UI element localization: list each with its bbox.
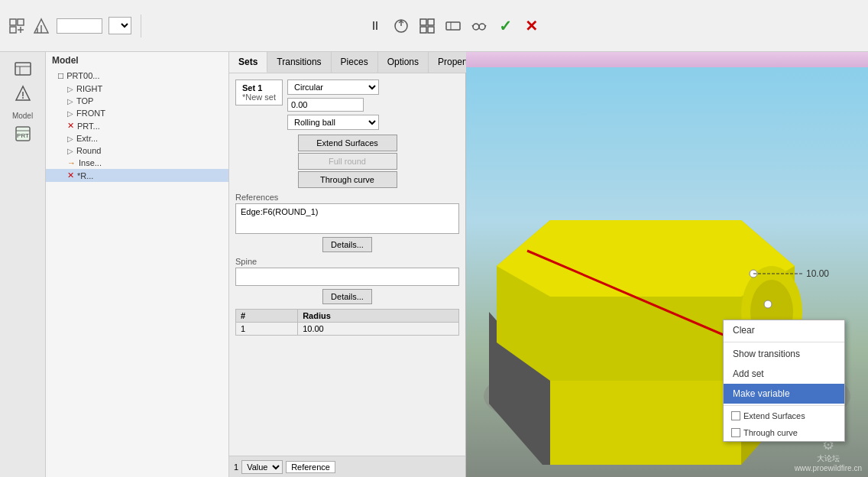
grid-button[interactable] [416, 15, 438, 37]
tree-item-inse[interactable]: → Inse... [46, 157, 228, 169]
tab-pieces[interactable]: Pieces [332, 52, 378, 73]
svg-rect-21 [15, 63, 31, 75]
ref-edge: Edge:F6(ROUND_1) [241, 207, 454, 216]
pause-button[interactable]: ⏸ [364, 15, 386, 37]
tree-item-front[interactable]: ▷ FRONT [46, 107, 228, 119]
value-select[interactable]: Value [241, 460, 283, 474]
ctx-sep-1 [724, 342, 844, 342]
svg-marker-33 [550, 381, 741, 465]
svg-rect-0 [10, 19, 16, 25]
through-curve-label: Through curve [743, 428, 798, 437]
watermark-line2: www.proewildfire.cn [795, 464, 862, 472]
svg-text:PRT: PRT [17, 132, 29, 139]
tab-transitions[interactable]: Transitions [267, 52, 331, 73]
svg-rect-12 [420, 27, 426, 33]
toolbar-icon-2[interactable] [32, 17, 50, 35]
set-box[interactable]: Set 1 *New set [235, 80, 283, 105]
spine-label: Spine [235, 257, 459, 266]
tree-header: Model [46, 52, 228, 69]
extend-surfaces-checkbox[interactable] [731, 411, 740, 420]
extend-surfaces-button[interactable]: Extend Surfaces [298, 135, 397, 151]
left-sidebar: Model PRT [0, 52, 46, 477]
svg-rect-14 [446, 22, 460, 30]
references-box[interactable]: Edge:F6(ROUND_1) [235, 203, 459, 234]
watermark-line1: 大论坛 [795, 453, 862, 464]
ctx-clear[interactable]: Clear [724, 320, 844, 340]
svg-point-40 [764, 300, 772, 308]
panel-content: Set 1 *New set Circular 0.00 Rolling bal… [229, 73, 465, 342]
references-label: References [235, 193, 459, 202]
svg-rect-13 [428, 27, 434, 33]
tree-item-prt2[interactable]: ✕ PRT... [46, 119, 228, 132]
ctx-through-curve[interactable]: Through curve [724, 424, 844, 441]
ctx-add-set[interactable]: Add set [724, 364, 844, 384]
tab-sets[interactable]: Sets [229, 52, 267, 73]
radius-row-1[interactable]: 1 10.00 [236, 323, 459, 336]
svg-point-16 [473, 24, 479, 30]
reference-button[interactable]: Reference [286, 461, 335, 473]
tree-item-r[interactable]: ✕ *R... [46, 169, 228, 182]
set-name: Set 1 [242, 83, 276, 92]
ref-details-button[interactable]: Details... [322, 237, 372, 252]
context-menu: Clear Show transitions Add set Make vari… [723, 320, 845, 442]
top-toolbar: 10.00 ⏸ ✓ ✕ [0, 0, 868, 52]
tree-item-round[interactable]: ▷ Round [46, 144, 228, 157]
bottom-num: 1 [234, 462, 238, 472]
ctx-extend-surfaces[interactable]: Extend Surfaces [724, 407, 844, 424]
tree-item-right[interactable]: ▷ RIGHT [46, 83, 228, 95]
watermark: ⚙ 大论坛 www.proewildfire.cn [795, 436, 862, 472]
prt-icon[interactable]: PRT [12, 123, 34, 144]
radius-num: 1 [236, 323, 298, 336]
rolling-select[interactable]: Rolling ball [287, 115, 379, 130]
confirm-button[interactable]: ✓ [494, 15, 516, 37]
sidebar-icon-2[interactable] [12, 83, 34, 104]
tab-options[interactable]: Options [378, 52, 429, 73]
col-radius: Radius [298, 310, 459, 323]
model-tree: Model □ PRT00... ▷ RIGHT ▷ TOP ▷ FRONT ✕… [46, 52, 229, 477]
svg-point-17 [479, 24, 485, 30]
spine-details-button[interactable]: Details... [322, 289, 372, 304]
panel-area: Sets Transitions Pieces Options Properti… [229, 52, 466, 477]
panel-tabs: Sets Transitions Pieces Options Properti… [229, 52, 465, 73]
radius-val: 10.00 [298, 323, 459, 336]
tree-item-prt[interactable]: □ PRT00... [46, 69, 228, 83]
col-num: # [236, 310, 298, 323]
dimension-dropdown[interactable] [108, 17, 131, 34]
svg-rect-2 [10, 27, 16, 33]
toolbar-icon-1[interactable] [8, 17, 26, 35]
panel-bottom: 1 Value Reference [229, 456, 465, 477]
spine-box[interactable] [235, 268, 459, 286]
tree-item-top[interactable]: ▷ TOP [46, 95, 228, 107]
view-button[interactable] [442, 15, 464, 37]
model-label: Model [12, 112, 33, 120]
action-icons: ⏸ ✓ ✕ [364, 15, 542, 37]
svg-rect-11 [428, 19, 434, 25]
ctx-sep-2 [724, 405, 844, 406]
circular-select[interactable]: Circular [287, 80, 379, 95]
viewport: 10.00 Clear Show transitions Add set Mak… [466, 52, 868, 477]
ctx-make-variable[interactable]: Make variable [724, 384, 844, 404]
separator-1 [141, 15, 141, 37]
svg-text:10.00: 10.00 [806, 268, 829, 279]
dimension-input[interactable]: 10.00 [57, 18, 102, 34]
radius-table: # Radius 1 10.00 [235, 309, 459, 336]
full-round-button[interactable]: Full round [298, 153, 397, 170]
cancel-button[interactable]: ✕ [520, 15, 542, 37]
through-curve-checkbox[interactable] [731, 428, 740, 437]
extend-surfaces-label: Extend Surfaces [743, 411, 805, 420]
svg-rect-10 [420, 19, 426, 25]
through-curve-button[interactable]: Through curve [298, 171, 397, 188]
glasses-button[interactable] [468, 15, 490, 37]
svg-rect-1 [18, 19, 24, 25]
set-sublabel: *New set [242, 92, 276, 102]
ctx-show-transitions[interactable]: Show transitions [724, 344, 844, 364]
tree-item-extr[interactable]: ▷ Extr... [46, 132, 228, 144]
set-row: Set 1 *New set Circular 0.00 Rolling bal… [235, 80, 459, 130]
offset-input[interactable]: 0.00 [287, 98, 364, 112]
sidebar-icon-1[interactable] [12, 58, 34, 80]
refresh-button[interactable] [390, 15, 412, 37]
svg-point-26 [22, 97, 24, 99]
